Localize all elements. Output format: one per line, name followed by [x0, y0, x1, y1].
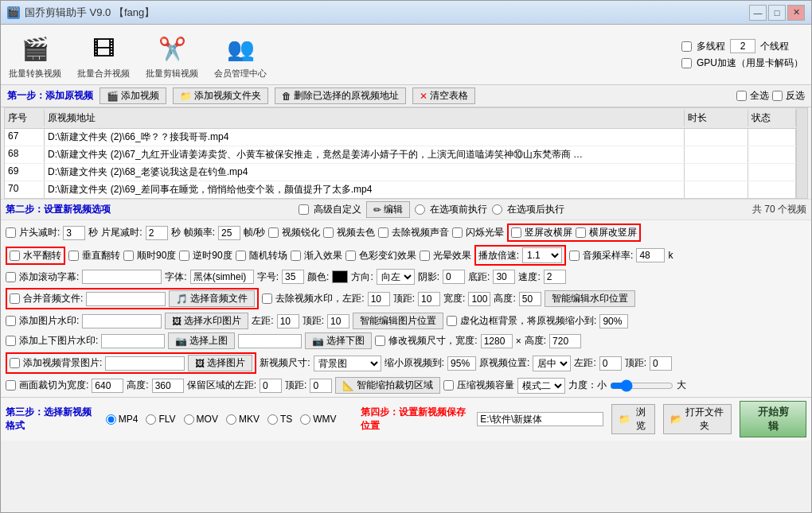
random-rotate-checkbox[interactable]	[236, 251, 246, 261]
new-size-select[interactable]: 背景图1280×7201920×1080	[314, 356, 381, 371]
merge-audio-checkbox[interactable]	[10, 293, 20, 304]
minimize-button[interactable]: —	[749, 5, 767, 21]
edit-button[interactable]: ✏ 编辑	[366, 201, 410, 218]
audio-sample-input[interactable]	[636, 248, 665, 262]
subtitle-checkbox[interactable]	[6, 272, 16, 282]
post-exec-radio[interactable]	[492, 204, 502, 215]
direction-select[interactable]: 向左向右向上向下	[377, 269, 415, 285]
crop-checkbox[interactable]	[6, 380, 16, 391]
decolor-checkbox[interactable]	[323, 227, 334, 238]
bottom-wm-input[interactable]	[238, 334, 302, 348]
open-folder-button[interactable]: 📂 打开文件夹	[663, 404, 732, 434]
format-mp4[interactable]: MP4	[106, 414, 139, 425]
add-video-button[interactable]: 🎬 添加视频	[100, 87, 166, 104]
clear-table-button[interactable]: ✕ 清空表格	[412, 87, 475, 104]
flip-h-checkbox[interactable]	[10, 251, 20, 261]
virtual-border-checkbox[interactable]	[447, 316, 457, 326]
font-size-input[interactable]	[282, 270, 304, 284]
subtitle-input[interactable]	[82, 270, 162, 284]
pre-exec-radio[interactable]	[415, 204, 425, 215]
add-folder-button[interactable]: 📁 添加视频文件夹	[173, 87, 268, 104]
start-button[interactable]: 开始剪辑	[740, 401, 806, 437]
shadow-input[interactable]	[443, 270, 465, 284]
select-top-button[interactable]: 📷 选择上图	[168, 332, 235, 349]
resize-width-input[interactable]	[481, 334, 513, 348]
delete-selected-button[interactable]: 🗑 删除已选择的原视频地址	[275, 87, 406, 104]
img-wm-checkbox[interactable]	[6, 316, 16, 326]
speed-input[interactable]	[544, 270, 566, 284]
resize-height-input[interactable]	[549, 334, 581, 348]
top-dist-input[interactable]	[650, 356, 672, 371]
play-speed-select[interactable]: 1.10.50.751.01.251.52.0	[522, 247, 562, 263]
top-wm-input[interactable]	[101, 334, 165, 348]
remove-audio-checkbox[interactable]	[378, 227, 388, 238]
wm-height-input[interactable]	[519, 292, 541, 306]
vertical-screen-checkbox[interactable]	[511, 227, 521, 238]
toolbar-batch-merge[interactable]: 🎞 批量合并视频	[77, 29, 130, 80]
select-all-checkbox[interactable]	[736, 91, 747, 101]
gpu-checkbox[interactable]	[681, 58, 692, 68]
close-button[interactable]: ✕	[787, 5, 805, 21]
frame-rate-input[interactable]	[218, 226, 240, 240]
bg-video-input[interactable]	[105, 356, 185, 371]
bg-video-checkbox[interactable]	[10, 358, 20, 368]
crop-top-input[interactable]	[310, 379, 332, 393]
force-slider[interactable]	[610, 379, 673, 392]
top-bottom-wm-checkbox[interactable]	[6, 336, 16, 346]
position-select[interactable]: 居中左上右上左下右下	[533, 356, 571, 371]
thread-count-input[interactable]	[730, 39, 755, 53]
crop-left-input[interactable]	[260, 379, 282, 393]
table-row[interactable]: 68 D:\新建文件夹 (2)\67_九红开业请姜涛卖货、小黄车被保安推走，竟然…	[5, 146, 796, 164]
remove-wm-checkbox[interactable]	[262, 293, 272, 304]
wm-left-input[interactable]	[368, 292, 390, 306]
merge-audio-input[interactable]	[86, 292, 166, 306]
head-cut-checkbox[interactable]	[6, 227, 16, 238]
img-top-input[interactable]	[327, 314, 349, 328]
browse-button[interactable]: 📁 浏览	[611, 404, 655, 434]
tail-cut-input[interactable]	[146, 226, 168, 240]
horizontal-screen-checkbox[interactable]	[576, 227, 586, 238]
fade-checkbox[interactable]	[291, 251, 301, 261]
rotate90-checkbox[interactable]	[123, 251, 134, 261]
shrink-input[interactable]	[447, 356, 476, 371]
format-flv[interactable]: FLV	[146, 414, 175, 425]
table-row[interactable]: 67 D:\新建文件夹 (2)\66_哗？？接我哥哥.mp4	[5, 129, 796, 146]
head-cut-input[interactable]	[63, 226, 85, 240]
crop-width-input[interactable]	[92, 379, 123, 393]
smart-crop-button[interactable]: 📐 智能缩拍裁切区域	[335, 377, 440, 394]
select-bg-button[interactable]: 🖼 选择图片	[188, 355, 252, 371]
table-row[interactable]: 70 D:\新建文件夹 (2)\69_差同事在睡觉，悄悄给他变个装，颜值提升了太…	[5, 181, 796, 199]
bottom-input[interactable]	[493, 270, 515, 284]
format-ts[interactable]: TS	[267, 414, 292, 425]
color-picker[interactable]	[332, 270, 348, 283]
maximize-button[interactable]: □	[768, 5, 786, 21]
crop-height-input[interactable]	[152, 379, 184, 393]
left-dist-input[interactable]	[599, 356, 622, 371]
resize-checkbox[interactable]	[375, 336, 385, 346]
multithread-checkbox[interactable]	[681, 41, 692, 52]
format-mkv[interactable]: MKV	[226, 414, 260, 425]
smart-wm-button[interactable]: 智能编辑水印位置	[545, 290, 635, 307]
smart-img-wm-button[interactable]: 智能编辑图片位置	[353, 313, 443, 329]
rotate90r-checkbox[interactable]	[179, 251, 189, 261]
compress-checkbox[interactable]	[443, 380, 454, 391]
table-scrollbar[interactable]	[796, 108, 807, 198]
select-img-wm-button[interactable]: 🖼 选择水印图片	[165, 313, 248, 329]
img-left-input[interactable]	[277, 314, 299, 328]
format-mov[interactable]: MOV	[184, 414, 218, 425]
table-row[interactable]: 69 D:\新建文件夹 (2)\68_老婆说我这是在钓鱼.mp4	[5, 164, 796, 181]
virtual-border-input[interactable]	[599, 314, 628, 328]
audio-sample-checkbox[interactable]	[569, 251, 580, 261]
glow-checkbox[interactable]	[420, 251, 430, 261]
toolbar-batch-convert[interactable]: 🎬 批量转换视频	[9, 29, 61, 80]
toolbar-member[interactable]: 👥 会员管理中心	[214, 29, 267, 80]
mode-select[interactable]: 模式二模式一模式三	[517, 378, 565, 394]
toolbar-batch-clip[interactable]: ✂️ 批量剪辑视频	[146, 29, 198, 80]
font-input[interactable]	[190, 270, 254, 284]
select-bottom-button[interactable]: 📷 选择下图	[305, 332, 372, 349]
wm-width-input[interactable]	[468, 292, 490, 306]
flip-v-checkbox[interactable]	[68, 251, 79, 261]
wm-top-input[interactable]	[418, 292, 440, 306]
select-audio-button[interactable]: 🎵 选择音频文件	[169, 290, 255, 307]
save-path-input[interactable]	[477, 412, 603, 426]
